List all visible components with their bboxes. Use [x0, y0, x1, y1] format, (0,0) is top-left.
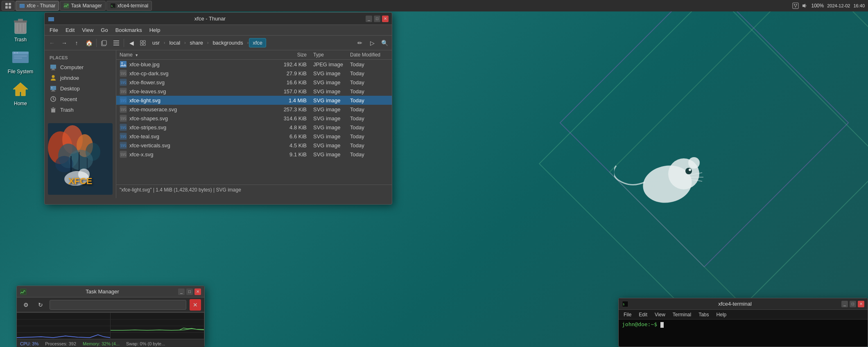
thunar-window-icon	[48, 16, 54, 22]
loc-crumb-share[interactable]: share	[186, 38, 207, 47]
desktop-icon-home[interactable]: Home	[4, 79, 37, 106]
col-header-type[interactable]: Type	[310, 52, 347, 58]
menu-help[interactable]: Help	[146, 26, 164, 34]
file-type: SVG image	[310, 97, 347, 104]
file-size: 157.0 KiB	[273, 88, 310, 95]
thunar-maximize-btn[interactable]: □	[374, 16, 380, 22]
tm-search-input[interactable]	[50, 300, 186, 310]
file-row[interactable]: SVG xfce-shapes.svg 314.6 KiB SVG image …	[116, 114, 392, 123]
col-header-name[interactable]: Name ▼	[116, 52, 273, 58]
system-time: 16:40	[853, 3, 865, 8]
sidebar-item-computer[interactable]: Computer	[45, 62, 116, 72]
menu-go[interactable]: Go	[97, 26, 111, 34]
svg-rect-74	[120, 61, 127, 68]
svg-rect-41	[113, 45, 119, 45]
tm-cpu-status: CPU: 3%	[20, 341, 38, 346]
svg-rect-53	[51, 87, 52, 88]
tm-statusbar: CPU: 3% Processes: 392 Memory: 32% (4...…	[17, 339, 204, 347]
taskbar-thunar-btn[interactable]: xfce - Thunar	[16, 1, 59, 11]
col-header-size[interactable]: Size	[273, 52, 310, 58]
desktop-icon-trash[interactable]: Trash	[4, 16, 37, 43]
search-btn[interactable]: 🔍	[379, 37, 390, 49]
term-maximize-btn[interactable]: □	[850, 301, 856, 307]
home-btn[interactable]: 🏠	[83, 37, 95, 49]
battery-percent: 100%	[811, 3, 824, 9]
thunar-minimize-btn[interactable]: _	[366, 16, 372, 22]
forward-btn[interactable]: →	[59, 37, 70, 49]
term-close-btn[interactable]: ✕	[858, 301, 864, 307]
file-row[interactable]: SVG xfce-x.svg 9.1 KiB SVG image Today	[116, 150, 392, 159]
taskbar-terminal-btn[interactable]: $_ xfce4-terminal	[106, 1, 152, 11]
tm-maximize-btn[interactable]: □	[186, 288, 193, 295]
term-menu-tabs[interactable]: Tabs	[695, 311, 712, 318]
loc-prev-btn[interactable]: ◀	[126, 37, 137, 49]
back-btn[interactable]: ←	[46, 37, 58, 49]
tm-settings-btn[interactable]: ⚙	[20, 299, 32, 311]
menu-view[interactable]: View	[79, 26, 97, 34]
term-menu-help[interactable]: Help	[713, 311, 730, 318]
term-menu-view[interactable]: View	[651, 311, 669, 318]
term-menu-file[interactable]: File	[620, 311, 635, 318]
sidebar-item-desktop[interactable]: Desktop	[45, 83, 116, 94]
loc-thumb-btn[interactable]	[137, 37, 149, 49]
sidebar-item-trash[interactable]: Trash	[45, 104, 116, 115]
tm-graphs	[17, 312, 204, 339]
svg-rect-42	[140, 41, 142, 43]
file-row[interactable]: SVG xfce-verticals.svg 4.5 KiB SVG image…	[116, 141, 392, 150]
file-row[interactable]: SVG xfce-mouserace.svg 257.3 KiB SVG ima…	[116, 105, 392, 114]
thunar-titlebar: xfce - Thunar _ □ ✕	[45, 13, 392, 25]
home-icon	[11, 79, 30, 99]
sidebar-johndoe-label: johndoe	[60, 75, 79, 81]
file-row[interactable]: xfce-blue.jpg 192.4 KiB JPEG image Today	[116, 60, 392, 69]
svg-text:SVG: SVG	[120, 117, 127, 121]
file-row[interactable]: SVG xfce-cp-dark.svg 27.9 KiB SVG image …	[116, 69, 392, 78]
menu-edit[interactable]: Edit	[62, 26, 78, 34]
sidebar-item-recent[interactable]: Recent	[45, 94, 116, 104]
thunar-window: xfce - Thunar _ □ ✕ File Edit View Go Bo…	[44, 12, 392, 205]
file-row[interactable]: SVG xfce-leaves.svg 157.0 KiB SVG image …	[116, 87, 392, 96]
view-list-btn[interactable]	[111, 37, 122, 49]
file-row[interactable]: SVG xfce-teal.svg 6.6 KiB SVG image Toda…	[116, 132, 392, 141]
file-row[interactable]: SVG xfce-flower.svg 16.6 KiB SVG image T…	[116, 78, 392, 87]
mouse-illustration	[614, 143, 704, 209]
computer-icon	[50, 63, 57, 71]
sidebar-item-johndoe[interactable]: johndoe	[45, 72, 116, 83]
desktop-icon-filesystem[interactable]: File System	[4, 47, 37, 74]
sidebar-desktop-label: Desktop	[60, 86, 80, 92]
tm-minimize-btn[interactable]: _	[178, 288, 185, 295]
taskbar-layout-btn[interactable]	[2, 1, 15, 11]
tm-clear-btn[interactable]: ✕	[190, 299, 201, 311]
term-minimize-btn[interactable]: _	[841, 301, 848, 307]
file-preview-image: XFCE	[48, 123, 113, 195]
file-date: Today	[347, 79, 392, 86]
file-list: xfce-blue.jpg 192.4 KiB JPEG image Today…	[116, 60, 392, 185]
svg-text:SVG: SVG	[120, 72, 127, 76]
term-menu-edit[interactable]: Edit	[635, 311, 651, 318]
loc-crumb-backgrounds[interactable]: backgrounds	[209, 38, 246, 47]
path-expand-btn[interactable]: ▷	[366, 37, 378, 49]
loc-crumb-usr[interactable]: usr	[149, 38, 163, 47]
file-type-icon	[120, 61, 127, 68]
term-menu-terminal[interactable]: Terminal	[669, 311, 694, 318]
user-icon	[50, 74, 57, 81]
menu-bookmarks[interactable]: Bookmarks	[112, 26, 145, 34]
edit-path-btn[interactable]: ✏	[354, 37, 366, 49]
file-row[interactable]: SVG xfce-light.svg 1.4 MiB SVG image Tod…	[116, 96, 392, 105]
tm-refresh-btn[interactable]: ↻	[35, 299, 46, 311]
svg-marker-35	[13, 83, 28, 96]
menu-file[interactable]: File	[46, 26, 61, 34]
svg-rect-25	[18, 19, 23, 21]
term-content: john@doe:~$	[619, 320, 868, 329]
loc-crumb-xfce[interactable]: xfce	[249, 38, 266, 47]
tm-close-btn[interactable]: ✕	[194, 288, 201, 295]
svg-text:SVG: SVG	[120, 144, 127, 148]
file-row[interactable]: SVG xfce-stripes.svg 4.8 KiB SVG image T…	[116, 123, 392, 132]
taskbar-taskmanager-btn[interactable]: Task Manager	[60, 1, 105, 11]
filesystem-label: File System	[8, 69, 34, 74]
loc-crumb-local[interactable]: local	[165, 38, 184, 47]
file-name: SVG xfce-teal.svg	[116, 133, 273, 140]
copy-btn[interactable]	[98, 37, 110, 49]
col-header-date[interactable]: Date Modified	[347, 52, 392, 58]
thunar-close-btn[interactable]: ✕	[382, 16, 389, 22]
up-btn[interactable]: ↑	[71, 37, 82, 49]
